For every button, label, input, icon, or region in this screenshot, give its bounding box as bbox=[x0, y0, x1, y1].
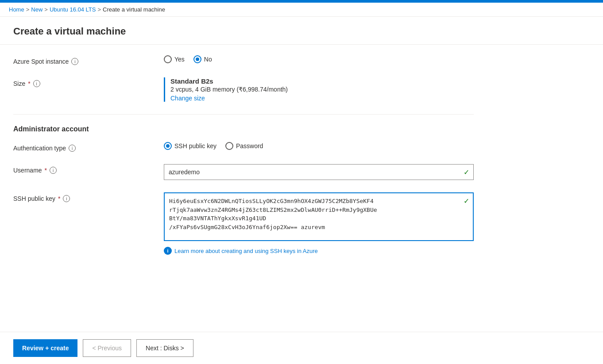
auth-ssh-label: SSH public key bbox=[174, 142, 216, 149]
size-block: Standard B2s 2 vcpus, 4 GiB memory (₹6,9… bbox=[164, 77, 474, 102]
size-label: Size * i bbox=[13, 77, 164, 87]
azure-spot-no-radio[interactable] bbox=[193, 55, 201, 63]
sep-1: > bbox=[26, 6, 30, 13]
azure-spot-no-option[interactable]: No bbox=[193, 55, 212, 63]
azure-spot-row: Azure Spot instance i Yes No bbox=[13, 55, 474, 65]
content-area: Azure Spot instance i Yes No bbox=[0, 45, 487, 278]
auth-type-radio-group: SSH public key Password bbox=[164, 142, 474, 150]
azure-spot-yes-option[interactable]: Yes bbox=[164, 55, 185, 63]
username-input-wrapper: ✓ bbox=[164, 164, 474, 180]
auth-password-radio[interactable] bbox=[225, 142, 233, 150]
azure-spot-label: Azure Spot instance i bbox=[13, 55, 164, 65]
ssh-key-checkmark: ✓ bbox=[464, 197, 469, 205]
ssh-info-link[interactable]: Learn more about creating and using SSH … bbox=[174, 248, 318, 254]
size-detail: 2 vcpus, 4 GiB memory (₹6,998.74/month) bbox=[170, 86, 474, 93]
breadcrumb: Home > New > Ubuntu 16.04 LTS > Create a… bbox=[0, 3, 603, 17]
ssh-key-textarea[interactable] bbox=[164, 192, 474, 241]
ssh-key-info-icon[interactable]: i bbox=[63, 195, 70, 202]
size-info-icon[interactable]: i bbox=[33, 80, 40, 87]
azure-spot-info-icon[interactable]: i bbox=[71, 58, 78, 65]
azure-spot-no-label: No bbox=[204, 56, 212, 63]
ssh-key-row: SSH public key * i ✓ i Learn more about … bbox=[13, 192, 474, 255]
breadcrumb-new[interactable]: New bbox=[31, 6, 43, 13]
auth-password-option[interactable]: Password bbox=[225, 142, 263, 150]
breadcrumb-home[interactable]: Home bbox=[9, 6, 24, 13]
username-input[interactable] bbox=[164, 164, 474, 180]
ssh-key-label: SSH public key * i bbox=[13, 192, 164, 202]
change-size-link[interactable]: Change size bbox=[170, 95, 205, 102]
sep-3: > bbox=[97, 6, 101, 13]
auth-type-field: SSH public key Password bbox=[164, 142, 474, 150]
username-required: * bbox=[45, 167, 47, 174]
size-required: * bbox=[28, 80, 30, 87]
auth-ssh-radio[interactable] bbox=[164, 142, 172, 150]
ssh-key-required: * bbox=[58, 195, 60, 202]
admin-section-divider bbox=[13, 114, 474, 115]
username-field: ✓ bbox=[164, 164, 474, 180]
ssh-info-link-row: i Learn more about creating and using SS… bbox=[164, 247, 474, 255]
sep-2: > bbox=[44, 6, 48, 13]
ssh-textarea-wrapper: ✓ bbox=[164, 192, 474, 242]
breadcrumb-current: Create a virtual machine bbox=[103, 6, 165, 13]
ssh-info-circle-icon: i bbox=[164, 247, 172, 255]
azure-spot-radio-group: Yes No bbox=[164, 55, 474, 63]
breadcrumb-ubuntu[interactable]: Ubuntu 16.04 LTS bbox=[50, 6, 96, 13]
auth-ssh-option[interactable]: SSH public key bbox=[164, 142, 216, 150]
username-checkmark: ✓ bbox=[464, 168, 469, 176]
size-name: Standard B2s bbox=[170, 77, 474, 85]
username-label: Username * i bbox=[13, 164, 164, 174]
azure-spot-yes-radio[interactable] bbox=[164, 55, 172, 63]
admin-section-header: Administrator account bbox=[13, 125, 474, 133]
azure-spot-field: Yes No bbox=[164, 55, 474, 63]
ssh-key-field: ✓ i Learn more about creating and using … bbox=[164, 192, 474, 255]
username-row: Username * i ✓ bbox=[13, 164, 474, 180]
page-title: Create a virtual machine bbox=[0, 17, 603, 45]
auth-password-label: Password bbox=[236, 142, 263, 149]
auth-type-info-icon[interactable]: i bbox=[69, 145, 76, 152]
azure-spot-yes-label: Yes bbox=[174, 56, 185, 63]
username-info-icon[interactable]: i bbox=[50, 167, 57, 174]
size-row: Size * i Standard B2s 2 vcpus, 4 GiB mem… bbox=[13, 77, 474, 102]
auth-type-label: Authentication type i bbox=[13, 142, 164, 152]
auth-type-row: Authentication type i SSH public key Pas… bbox=[13, 142, 474, 152]
size-field: Standard B2s 2 vcpus, 4 GiB memory (₹6,9… bbox=[164, 77, 474, 102]
